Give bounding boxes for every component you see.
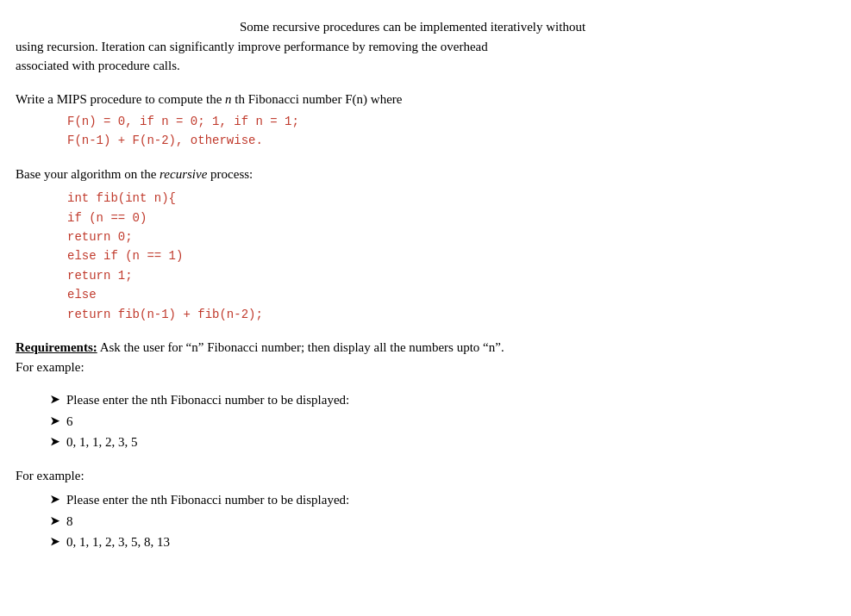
arrow-icon-4: ➤ <box>50 491 59 508</box>
c-line-1: int fib(int n){ <box>67 189 835 208</box>
c-line-7: return fib(n-1) + fib(n-2); <box>67 305 835 324</box>
c-code-block: int fib(int n){ if (n == 0) return 0; el… <box>67 189 835 324</box>
arrow-icon-6: ➤ <box>50 533 59 551</box>
algo-text-before: Base your algorithm on the <box>16 167 160 181</box>
c-line-6: else <box>67 285 835 304</box>
write-text-after: th Fibonacci number F(n) where <box>232 92 403 106</box>
example1-bullet-1: ➤ Please enter the nth Fibonacci number … <box>50 390 835 410</box>
c-line-2: if (n == 0) <box>67 208 835 227</box>
c-line-5: return 1; <box>67 266 835 285</box>
example1-bullet-3-text: 0, 1, 1, 2, 3, 5 <box>66 432 138 452</box>
intro-line1: Some recursive procedures can be impleme… <box>16 17 835 37</box>
intro-line3: associated with procedure calls. <box>16 56 835 76</box>
requirements-text: Ask the user for “n” Fibonacci number; t… <box>97 340 504 354</box>
algo-text-after: process: <box>207 167 253 181</box>
fib-def-line2: F(n-1) + F(n-2), otherwise. <box>67 131 835 150</box>
example2-bullet-1-text: Please enter the nth Fibonacci number to… <box>66 490 349 510</box>
write-section: Write a MIPS procedure to compute the n … <box>16 90 835 151</box>
example2-bullet-3-text: 0, 1, 1, 2, 3, 5, 8, 13 <box>66 532 170 552</box>
example2-list: ➤ Please enter the nth Fibonacci number … <box>50 490 835 552</box>
example1-bullet-2-text: 6 <box>66 412 73 432</box>
arrow-icon-5: ➤ <box>50 513 59 530</box>
example2-bullet-2-text: 8 <box>66 512 73 532</box>
example1-bullet-2: ➤ 6 <box>50 412 835 432</box>
example1-list: ➤ Please enter the nth Fibonacci number … <box>50 390 835 452</box>
requirements-label: Requirements: <box>16 340 97 354</box>
c-line-3: return 0; <box>67 227 835 246</box>
fib-def-line1: F(n) = 0, if n = 0; 1, if n = 1; <box>67 112 835 131</box>
arrow-icon-1: ➤ <box>50 391 59 408</box>
example2-bullet-1: ➤ Please enter the nth Fibonacci number … <box>50 490 835 510</box>
fibonacci-definition: F(n) = 0, if n = 0; 1, if n = 1; F(n-1) … <box>67 112 835 151</box>
example2-bullet-3: ➤ 0, 1, 1, 2, 3, 5, 8, 13 <box>50 532 835 552</box>
requirements-section: Requirements: Ask the user for “n” Fibon… <box>16 338 835 376</box>
algo-intro-line: Base your algorithm on the recursive pro… <box>16 165 835 184</box>
example2-section: For example: ➤ Please enter the nth Fibo… <box>16 466 835 552</box>
example1-bullet-3: ➤ 0, 1, 1, 2, 3, 5 <box>50 432 835 452</box>
example2-label: For example: <box>16 466 835 486</box>
write-text-before: Write a MIPS procedure to compute the <box>16 92 225 106</box>
recursive-italic: recursive <box>160 167 207 181</box>
c-line-4: else if (n == 1) <box>67 246 835 265</box>
algo-section: Base your algorithm on the recursive pro… <box>16 165 835 324</box>
arrow-icon-2: ➤ <box>50 413 59 430</box>
example1-bullet-1-text: Please enter the nth Fibonacci number to… <box>66 390 349 410</box>
example2-bullet-2: ➤ 8 <box>50 512 835 532</box>
intro-line2: using recursion. Iteration can significa… <box>16 37 835 57</box>
write-prompt: Write a MIPS procedure to compute the n … <box>16 90 835 109</box>
arrow-icon-3: ➤ <box>50 433 59 451</box>
requirements-for-example: For example: <box>16 360 84 374</box>
intro-paragraph: Some recursive procedures can be impleme… <box>16 17 835 76</box>
example1-section: ➤ Please enter the nth Fibonacci number … <box>16 390 835 452</box>
n-italic: n <box>225 92 232 106</box>
